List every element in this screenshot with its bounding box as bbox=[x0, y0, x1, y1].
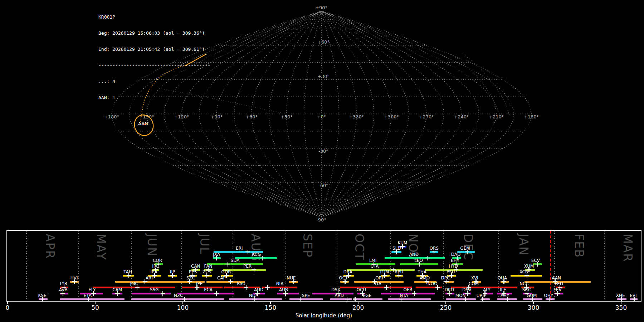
lat-tick-label: -90° bbox=[316, 217, 326, 223]
shower-label-DRA: DRA bbox=[336, 270, 359, 274]
shower-label-DSX: DSX bbox=[325, 288, 347, 292]
end-time-line: End: 20260129 21:05:42 (sol = 309.61°) bbox=[98, 47, 210, 52]
shower-label-KSE: KSE bbox=[31, 293, 54, 298]
shower-label-GDR: GDR bbox=[215, 270, 238, 274]
month-label-jun: JUN bbox=[145, 234, 159, 257]
shower-label-QUA: QUA bbox=[491, 276, 514, 280]
shower-label-LMI: LMI bbox=[361, 258, 384, 263]
shower-bar-MON bbox=[446, 298, 476, 300]
shower-label-EGE: EGE bbox=[356, 293, 379, 298]
lon-tick-label: +120° bbox=[174, 114, 189, 119]
shower-label-DAD: DAD bbox=[444, 252, 467, 257]
shower-label-COR: COR bbox=[146, 258, 169, 263]
sporadic-count: ...: 4 bbox=[98, 79, 210, 84]
shower-label-AAN: AAN bbox=[545, 276, 568, 280]
shower-label-FEV: FEV bbox=[546, 288, 569, 292]
x-axis-tick bbox=[533, 302, 534, 304]
lat-tick-label: +90° bbox=[315, 5, 327, 10]
begin-time-line: Beg: 20260129 15:06:03 (sol = 309.36°) bbox=[98, 30, 210, 36]
shower-label-COM: COM bbox=[462, 282, 485, 286]
shower-label-HVI: HVI bbox=[63, 276, 86, 280]
shower-label-URS: URS bbox=[469, 293, 492, 298]
shower-label-OER: OER bbox=[396, 288, 419, 292]
shower-label-SPE: SPE bbox=[294, 293, 317, 298]
lat-tick-label: +60° bbox=[317, 39, 330, 45]
shower-label-PAU: PAU bbox=[230, 282, 253, 286]
shower-label-PSU: PSU bbox=[439, 270, 462, 274]
month-boundary-line bbox=[181, 231, 182, 301]
lat-tick-label: +30° bbox=[317, 74, 330, 79]
grid-meridian bbox=[269, 11, 322, 217]
shower-label-ORI: ORI bbox=[368, 276, 391, 280]
month-label-mar: MAR bbox=[621, 234, 635, 262]
shower-label-ILE: ILE bbox=[492, 288, 514, 292]
shower-label-NDA: NDA bbox=[242, 293, 265, 298]
shower-label-AUD: AUD bbox=[247, 288, 270, 292]
shower-label-PER: PER bbox=[236, 264, 259, 268]
shower-label-DPC: DPC bbox=[434, 276, 457, 280]
shower-label-XVI: XVI bbox=[463, 276, 486, 280]
shower-label-ARI: ARI bbox=[138, 276, 161, 280]
galactic-plane-line bbox=[452, 54, 501, 120]
shower-label-NZC: NZC bbox=[167, 293, 190, 298]
shower-label-ARD: ARD bbox=[328, 293, 351, 298]
shower-label-ECV: ECV bbox=[524, 258, 547, 263]
shower-label-ELY: ELY bbox=[80, 288, 103, 292]
shower-label-XCB: XCB bbox=[512, 270, 535, 274]
shower-label-ORS: ORS bbox=[423, 246, 445, 250]
x-axis-tick bbox=[182, 302, 183, 304]
shower-count: AAN: 1 bbox=[98, 95, 210, 100]
x-axis-tick-label: 300 bbox=[521, 304, 546, 311]
x-axis-tick-label: 350 bbox=[609, 304, 634, 311]
x-axis-tick-label: 150 bbox=[258, 304, 283, 311]
lon-tick-label: +180° bbox=[524, 114, 539, 119]
separator-line: ---------------------------------------- bbox=[98, 63, 210, 68]
shower-label-OCT: OCT bbox=[332, 276, 355, 280]
month-boundary-line bbox=[26, 231, 27, 301]
month-label-feb: FEB bbox=[572, 234, 586, 258]
radiant-sky-map: +180°+150°+120°+90°+60°+30°+0°+330°+300°… bbox=[0, 0, 644, 229]
shower-label-LYR: LYR bbox=[52, 282, 75, 286]
x-axis-tick-label: 100 bbox=[170, 304, 195, 311]
shower-label-AUR: AUR bbox=[272, 288, 295, 292]
shower-label-THA: THA bbox=[411, 270, 434, 274]
shower-label-CAM: CAM bbox=[106, 288, 129, 292]
lat-tick-label: -30° bbox=[318, 148, 328, 154]
month-label-jul: JUL bbox=[197, 234, 211, 254]
station-id: KR001P bbox=[98, 14, 210, 20]
month-label-oct: OCT bbox=[352, 234, 366, 260]
lon-tick-label: +300° bbox=[384, 114, 399, 119]
shower-bar-NZC bbox=[131, 298, 224, 300]
shower-label-NTA: NTA bbox=[392, 293, 415, 298]
x-axis-tick bbox=[621, 302, 621, 304]
x-axis-tick-label: 0 bbox=[0, 304, 20, 311]
month-boundary-line bbox=[233, 231, 233, 301]
month-label-apr: APR bbox=[43, 234, 57, 259]
shower-label-RPU: RPU bbox=[387, 270, 410, 274]
month-boundary-line bbox=[131, 231, 132, 301]
shower-label-LEO: LEO bbox=[407, 258, 430, 263]
x-axis-tick bbox=[270, 302, 271, 304]
shower-label-FED: FED bbox=[547, 282, 570, 286]
month-label-jan: JAN bbox=[517, 234, 531, 256]
shower-label-AVB: AVB bbox=[52, 288, 75, 292]
shower-label-AND: AND bbox=[402, 252, 425, 257]
shower-label-IPE: IPE bbox=[188, 282, 211, 286]
shower-label-IIP: IIP bbox=[161, 270, 184, 274]
lon-tick-label: +210° bbox=[489, 114, 504, 119]
shower-label-ETA: ETA bbox=[76, 293, 99, 298]
shower-label-AHY: AHY bbox=[493, 293, 516, 298]
x-axis-tick bbox=[445, 302, 446, 304]
month-label-sep: SEP bbox=[301, 234, 314, 258]
month-boundary-line bbox=[604, 231, 605, 301]
shower-bar-SPE bbox=[289, 298, 323, 300]
month-boundary-line bbox=[78, 231, 79, 301]
month-label-may: MAY bbox=[94, 234, 108, 260]
shower-label-HYD: HYD bbox=[442, 264, 465, 268]
lon-tick-label: +30° bbox=[280, 114, 293, 119]
x-axis-tick bbox=[358, 302, 358, 304]
shower-label-NIA: NIA bbox=[268, 282, 291, 286]
shower-label-KUM: KUM bbox=[391, 241, 414, 245]
shower-label-STA: STA bbox=[366, 282, 389, 286]
x-axis-tick-label: 50 bbox=[83, 304, 108, 311]
